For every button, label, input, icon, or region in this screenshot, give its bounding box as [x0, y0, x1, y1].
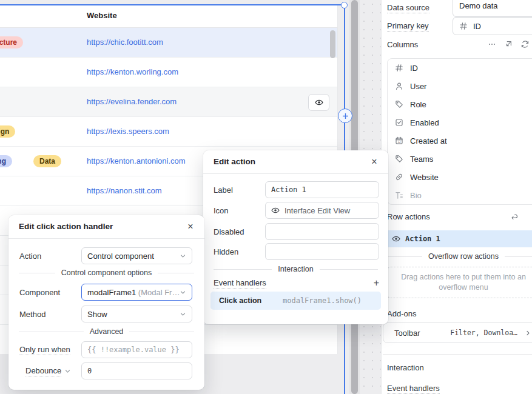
chevron-down-icon	[180, 289, 186, 296]
click-action-handler-row[interactable]: Click action modalFrame1.show()	[210, 292, 381, 310]
selection-outline-top	[0, 4, 345, 5]
disabled-field-label: Disabled	[214, 227, 244, 236]
popout-icon[interactable]	[504, 40, 513, 48]
advanced-divider: Advanced	[19, 327, 194, 336]
column-item-id[interactable]: ID	[388, 59, 532, 77]
method-field-label: Method	[19, 310, 45, 319]
modal-header: Edit action ×	[203, 150, 388, 174]
hash-icon	[459, 22, 468, 30]
column-item-label: Enabled	[410, 118, 439, 127]
icon-input[interactable]: Interface Edit View	[265, 202, 379, 219]
add-event-handler-button[interactable]: +	[374, 278, 379, 289]
close-icon[interactable]: ×	[184, 221, 197, 233]
website-link[interactable]: https://nanon.stit.com	[87, 186, 162, 195]
icon-field-label: Icon	[214, 206, 229, 215]
columns-header-icons	[488, 40, 530, 48]
table-header-row: Website	[0, 5, 337, 28]
eye-icon	[271, 206, 280, 215]
action-select[interactable]: Control component	[81, 247, 192, 264]
column-item-label: Website	[410, 173, 439, 182]
column-item-enabled[interactable]: Enabled	[388, 113, 532, 132]
website-link[interactable]: https://evelina.fender.com	[87, 97, 177, 106]
column-item-user[interactable]: User	[388, 77, 532, 95]
chevron-down-icon[interactable]	[64, 368, 71, 375]
inspector-panel: Data source Demo data Primary key ID Col…	[381, 0, 532, 394]
primary-key-input[interactable]: ID	[453, 17, 532, 35]
row-action-item[interactable]: Action 1	[386, 230, 532, 247]
text-icon	[395, 191, 403, 199]
toolbar-value: Filter, Downloa…	[450, 329, 517, 337]
website-link[interactable]: https://kenton.worling.com	[87, 67, 178, 76]
data-source-label: Data source	[387, 3, 429, 13]
table-scrollbar-thumb[interactable]	[330, 30, 335, 58]
website-link[interactable]: https://chic.footitt.com	[87, 38, 163, 47]
component-field-row: Component modalFrame1 (Modal Fr…	[19, 284, 192, 301]
column-item-created-at[interactable]: 12Created at	[388, 132, 532, 150]
close-icon[interactable]: ×	[368, 156, 380, 168]
link-icon	[395, 173, 403, 181]
table-row[interactable]: structurehttps://chic.footitt.com	[0, 28, 337, 58]
interaction-section-label: Interaction	[387, 363, 424, 372]
website-link[interactable]: https://kenton.antonioni.com	[87, 156, 186, 165]
table-row[interactable]: https://kenton.worling.com	[0, 58, 337, 87]
tag-pill: Data	[33, 155, 61, 167]
tag-icon	[395, 155, 403, 163]
columns-section-label: Columns	[387, 40, 418, 49]
action-field-label: Action	[19, 252, 41, 261]
click-action-label: Click action	[219, 296, 283, 305]
chevron-down-icon	[180, 253, 186, 259]
column-item-label: Role	[410, 100, 426, 109]
component-select[interactable]: modalFrame1 (Modal Fr…	[81, 284, 192, 301]
tag-pill: structure	[0, 36, 23, 48]
only-run-when-label: Only run when	[19, 345, 70, 355]
tag-pill: ing	[0, 155, 12, 167]
table-row[interactable]: https://evelina.fender.com	[0, 87, 337, 117]
method-select[interactable]: Show	[81, 306, 192, 322]
column-item-website[interactable]: Website	[388, 168, 532, 186]
column-item-role[interactable]: Role	[388, 95, 532, 113]
label-input[interactable]: Action 1	[265, 181, 379, 198]
only-run-when-input[interactable]: {{ !!example.value }}	[81, 341, 192, 358]
debounce-label: Debounce	[25, 366, 61, 376]
section-divider	[383, 354, 532, 355]
component-name: modalFrame1	[87, 288, 136, 297]
column-item-bio[interactable]: Bio	[388, 186, 532, 204]
component-field-label: Component	[19, 288, 60, 297]
more-options-icon[interactable]	[488, 40, 496, 48]
eye-icon	[392, 235, 400, 243]
column-item-teams[interactable]: Teams	[388, 150, 532, 168]
selection-handle-dot[interactable]	[341, 2, 348, 8]
refresh-icon[interactable]	[520, 40, 530, 48]
overflow-divider: Overflow row actions	[387, 252, 532, 261]
interaction-divider: Interaction	[214, 265, 378, 273]
svg-text:12: 12	[397, 141, 401, 144]
toolbar-addon-row[interactable]: Toolbar Filter, Downloa…	[383, 322, 532, 343]
calendar-icon: 12	[395, 136, 403, 145]
column-item-label: Bio	[410, 191, 422, 200]
disabled-input[interactable]	[265, 223, 379, 240]
chevron-right-icon	[525, 330, 531, 336]
data-source-input[interactable]: Demo data	[453, 0, 532, 17]
column-item-label: User	[410, 82, 426, 91]
column-item-label: Teams	[410, 155, 433, 164]
hidden-input[interactable]	[265, 243, 379, 260]
row-eye-action-button[interactable]	[308, 94, 329, 111]
add-component-handle[interactable]	[338, 109, 352, 123]
debounce-input[interactable]: 0	[81, 362, 192, 379]
website-link[interactable]: https://lexis.speers.com	[87, 127, 169, 136]
table-row[interactable]: esignhttps://lexis.speers.com	[0, 117, 337, 147]
loop-icon[interactable]	[510, 213, 519, 221]
only-run-when-row: Only run when {{ !!example.value }}	[19, 341, 192, 358]
label-field-row: Label Action 1	[214, 181, 379, 198]
event-handlers-row: Event handlers +	[214, 278, 379, 289]
overflow-drop-zone[interactable]: Drag actions here to put them into an ov…	[387, 267, 532, 298]
method-field-row: Method Show	[19, 306, 192, 322]
column-header-website[interactable]: Website	[87, 11, 117, 20]
primary-key-label: Primary key	[387, 21, 429, 32]
control-options-divider: Control component options	[19, 269, 194, 277]
event-handlers-label: Event handlers	[387, 384, 440, 394]
event-handlers-label: Event handlers	[214, 278, 266, 289]
hash-icon	[395, 64, 403, 72]
app-canvas: Website structurehttps://chic.footitt.co…	[0, 0, 532, 394]
label-field-label: Label	[214, 185, 233, 195]
